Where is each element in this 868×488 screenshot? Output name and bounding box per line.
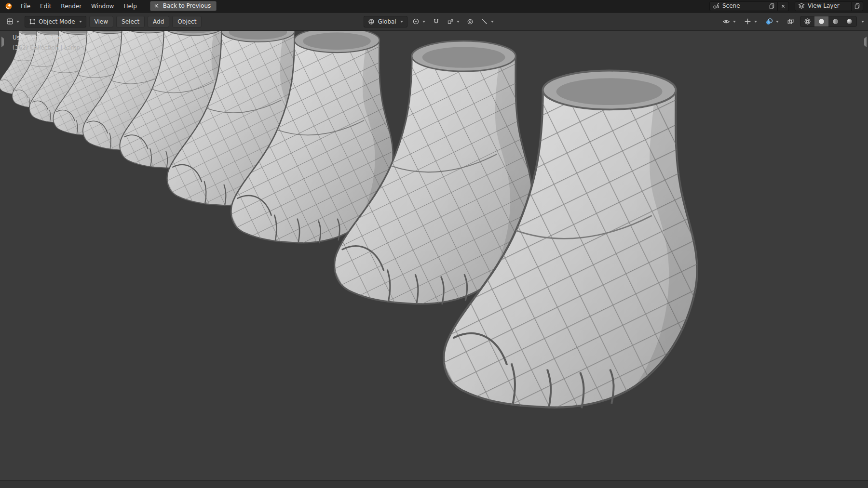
- new-scene-button[interactable]: [766, 1, 778, 11]
- scene-icon: [713, 2, 719, 9]
- scene-widget: Scene: [709, 1, 789, 11]
- orientation-dropdown[interactable]: Global: [364, 16, 407, 27]
- shading-mode-group: [800, 16, 857, 27]
- visibility-eye-icon: [722, 18, 730, 26]
- bottom-bar: [0, 480, 868, 488]
- shading-dropdown-chevron-icon[interactable]: [861, 21, 864, 23]
- xray-toggle-button[interactable]: [785, 16, 797, 26]
- viewport-header: Object Mode View Select Add Object Globa…: [0, 13, 868, 31]
- new-view-layer-button[interactable]: [852, 1, 863, 11]
- unlink-scene-button[interactable]: [778, 1, 789, 11]
- gizmos-dropdown[interactable]: [742, 16, 760, 26]
- topbar-right: Scene: [704, 1, 863, 11]
- menu-file[interactable]: File: [16, 1, 35, 11]
- chevron-down-icon: [776, 21, 779, 23]
- chevron-down-icon: [733, 21, 736, 23]
- scene-selector[interactable]: Scene: [709, 1, 766, 11]
- menu-window[interactable]: Window: [87, 1, 118, 11]
- shading-material-icon: [832, 18, 839, 25]
- snap-target-icon: [447, 18, 454, 25]
- shading-solid-icon: [818, 18, 825, 25]
- shading-rendered-button[interactable]: [842, 16, 856, 26]
- menu-select[interactable]: Select: [116, 16, 145, 27]
- chevron-down-icon: [754, 21, 757, 23]
- shading-wireframe-icon: [804, 18, 811, 25]
- menu-help[interactable]: Help: [119, 1, 141, 11]
- object-visibility-dropdown[interactable]: [720, 16, 738, 27]
- editor-3d-viewport-icon: [6, 18, 14, 25]
- view-layer-icon: [798, 2, 805, 9]
- proportional-falloff-dropdown[interactable]: [478, 16, 496, 26]
- chevron-down-icon: [457, 21, 460, 23]
- back-button-label: Back to Previous: [163, 2, 211, 9]
- gizmo-arrows-icon: [744, 18, 751, 25]
- object-mode-icon: [29, 18, 36, 25]
- snap-toggle-button[interactable]: [430, 16, 442, 26]
- proportional-editing-icon: [467, 18, 474, 25]
- falloff-curve-icon: [481, 18, 488, 25]
- orientation-label: Global: [378, 18, 396, 25]
- chevron-down-icon: [422, 21, 425, 23]
- pivot-point-icon: [412, 18, 420, 25]
- scene-name: Scene: [722, 2, 740, 9]
- overlays-icon: [765, 18, 773, 26]
- viewport-3d[interactable]: User Perspective (362) Collection | Lamp: [0, 31, 868, 480]
- shading-material-button[interactable]: [828, 16, 842, 26]
- menu-view[interactable]: View: [89, 16, 113, 27]
- view-layer-selector[interactable]: View Layer: [795, 1, 852, 11]
- mode-label: Object Mode: [39, 18, 75, 25]
- topbar: File Edit Render Window Help Back to Pre…: [0, 0, 868, 13]
- shading-rendered-icon: [846, 18, 853, 25]
- editor-type-dropdown[interactable]: [4, 16, 22, 26]
- chevron-down-icon: [491, 21, 494, 23]
- transform-controls: Global: [364, 16, 496, 27]
- mode-dropdown[interactable]: Object Mode: [25, 16, 86, 27]
- viewport-display-controls: [720, 16, 864, 27]
- feet-models-layer: [0, 31, 697, 408]
- snap-magnet-icon: [433, 18, 440, 25]
- pivot-point-dropdown[interactable]: [410, 16, 428, 26]
- global-orientation-icon: [368, 18, 375, 25]
- chevron-down-icon: [79, 21, 82, 23]
- menu-render[interactable]: Render: [56, 1, 86, 11]
- sidebar-expand-arrow-icon[interactable]: [864, 39, 867, 45]
- view-layer-name: View Layer: [808, 2, 840, 9]
- toolbar-expand-arrow-icon[interactable]: [1, 39, 4, 45]
- viewport-canvas[interactable]: [0, 31, 868, 480]
- back-to-previous-button[interactable]: Back to Previous: [150, 1, 217, 11]
- menu-edit[interactable]: Edit: [36, 1, 55, 11]
- back-arrow-icon: [153, 2, 160, 9]
- overlays-dropdown[interactable]: [763, 16, 781, 27]
- shading-wireframe-button[interactable]: [800, 16, 814, 26]
- snap-settings-dropdown[interactable]: [445, 17, 462, 26]
- view-layer-widget: View Layer: [795, 1, 863, 11]
- chevron-down-icon: [16, 21, 19, 23]
- menu-object[interactable]: Object: [172, 16, 202, 27]
- proportional-editing-toggle[interactable]: [464, 17, 476, 26]
- xray-icon: [787, 18, 794, 25]
- blender-logo-icon[interactable]: [5, 2, 13, 10]
- chevron-down-icon: [400, 21, 403, 23]
- shading-solid-button[interactable]: [814, 16, 828, 26]
- menu-add[interactable]: Add: [148, 16, 169, 27]
